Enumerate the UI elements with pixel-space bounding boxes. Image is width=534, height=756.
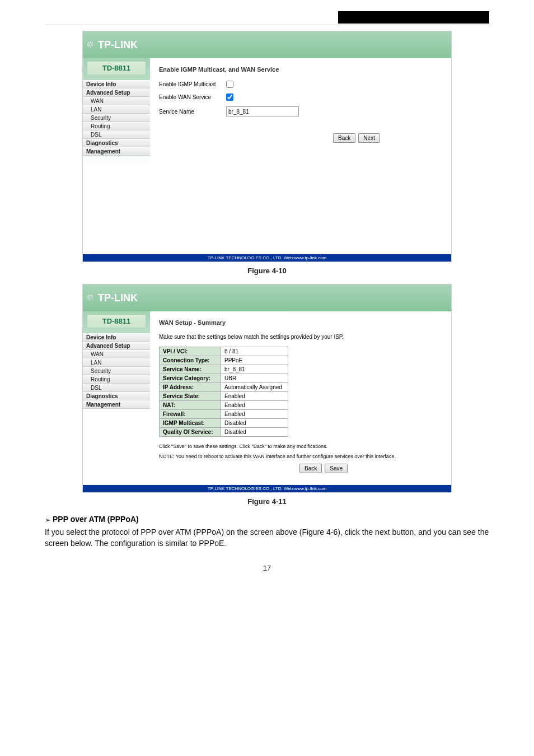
nav-dsl[interactable]: DSL [83,384,150,392]
nav-diagnostics[interactable]: Diagnostics [83,392,150,400]
note1: Click "Save" to save these settings. Cli… [159,444,442,449]
nav-lan[interactable]: LAN [83,105,150,114]
page-number: 17 [45,564,489,572]
row-fw-v: Enabled [221,410,288,419]
sidebar-2: TD-8811 Device Info Advanced Setup WAN L… [83,311,150,485]
bullet-pppoa: PPP over ATM (PPPoA) [53,515,139,524]
igmp-label: Enable IGMP Multicast [159,81,226,87]
nav-diagnostics[interactable]: Diagnostics [83,139,150,147]
row-nat-v: Enabled [221,401,288,410]
tplink-logo-icon [86,41,96,49]
router-footer-1: TP-LINK TECHNOLOGIES CO., LTD. Web:www.t… [83,254,451,262]
router-header: TP-LINK [83,31,451,58]
model-label-2: TD-8811 [87,315,146,328]
brand-text-2: TP-LINK [98,292,138,304]
brand-text: TP-LINK [98,39,138,51]
wan-service-checkbox[interactable] [226,94,233,101]
model-label: TD-8811 [87,62,146,74]
svg-point-3 [88,295,89,296]
screenshot-igmp-wan-service: TP-LINK TD-8811 Device Info Advanced Set… [82,31,452,262]
tplink-logo-icon [86,295,96,302]
service-name-input[interactable] [226,106,299,116]
nav-routing[interactable]: Routing [83,122,150,130]
nav-lan[interactable]: LAN [83,358,150,367]
router-footer-2: TP-LINK TECHNOLOGIES CO., LTD. Web:www.t… [83,485,451,492]
row-state-k: Service State: [160,392,221,401]
row-cat-k: Service Category: [160,374,221,383]
svg-point-0 [88,41,89,43]
screen1-title: Enable IGMP Multicast, and WAN Service [159,66,442,73]
save-button[interactable]: Save [325,464,348,473]
nav-management[interactable]: Management [83,147,150,156]
row-igmp-k: IGMP Multicast: [160,419,221,428]
row-qos-k: Quality Of Service: [160,428,221,437]
nav-advanced-setup[interactable]: Advanced Setup [83,342,150,350]
screen2-subtitle: Make sure that the settings below match … [159,334,442,340]
nav-dsl[interactable]: DSL [83,130,150,139]
figure-label-1: Figure 4-10 [45,267,489,275]
svg-point-4 [90,295,91,296]
header-divider [45,25,489,25]
next-button[interactable]: Next [358,133,380,143]
row-ip-v: Automatically Assigned [221,383,288,392]
note2: NOTE: You need to reboot to activate thi… [159,454,442,459]
nav-wan[interactable]: WAN [83,97,150,105]
row-cat-v: UBR [221,374,288,383]
row-nat-k: NAT: [160,401,221,410]
bullet-icon: ➢ [45,516,53,524]
row-ip-k: IP Address: [160,383,221,392]
router-header-2: TP-LINK [83,284,451,311]
nav-management[interactable]: Management [83,400,150,409]
row-conn-v: PPPoE [221,356,288,365]
sidebar: TD-8811 Device Info Advanced Setup WAN L… [83,58,150,254]
svg-point-1 [90,41,91,43]
nav-device-info[interactable]: Device Info [83,80,150,88]
nav-wan[interactable]: WAN [83,350,150,358]
wan-service-label: Enable WAN Service [159,94,226,100]
service-name-label: Service Name [159,109,226,115]
row-fw-k: Firewall: [160,410,221,419]
back-button[interactable]: Back [333,133,355,143]
row-vpi-v: 8 / 81 [221,347,288,356]
screenshot-wan-summary: TP-LINK TD-8811 Device Info Advanced Set… [82,284,452,493]
header-black-bar [338,11,489,24]
row-svc-v: br_8_81 [221,365,288,374]
nav-security[interactable]: Security [83,367,150,375]
row-igmp-v: Disabled [221,419,288,428]
row-conn-k: Connection Type: [160,356,221,365]
summary-table: VPI / VCI:8 / 81 Connection Type:PPPoE S… [159,347,288,437]
nav-security[interactable]: Security [83,114,150,122]
nav-device-info[interactable]: Device Info [83,333,150,342]
svg-point-5 [92,295,93,296]
nav-advanced-setup[interactable]: Advanced Setup [83,88,150,97]
igmp-checkbox[interactable] [226,81,233,88]
svg-point-2 [92,41,93,43]
row-vpi-k: VPI / VCI: [160,347,221,356]
content-pane-2: WAN Setup - Summary Make sure that the s… [150,311,451,485]
content-pane-1: Enable IGMP Multicast, and WAN Service E… [150,58,451,254]
row-state-v: Enabled [221,392,288,401]
paragraph-pppoa: If you select the protocol of PPP over A… [45,526,489,549]
figure-label-2: Figure 4-11 [45,497,489,506]
row-qos-v: Disabled [221,428,288,437]
nav-routing[interactable]: Routing [83,375,150,384]
row-svc-k: Service Name: [160,365,221,374]
screen2-title: WAN Setup - Summary [159,319,442,326]
back-button-2[interactable]: Back [299,464,322,473]
